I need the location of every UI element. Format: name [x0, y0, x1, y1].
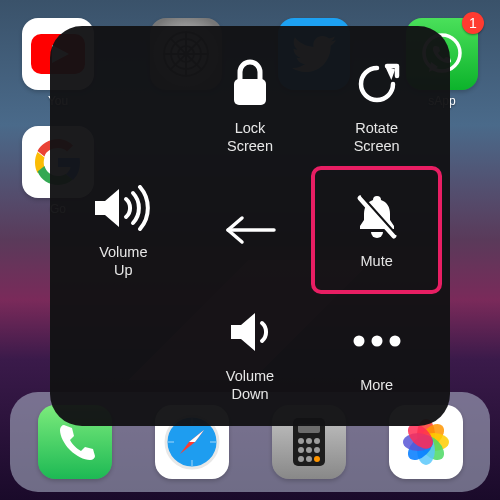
svg-point-23 — [298, 456, 304, 462]
svg-point-24 — [306, 456, 312, 462]
volume-up-label: Volume Up — [99, 243, 147, 279]
assistive-touch-menu: Lock Screen Rotate Screen Volume Up — [50, 26, 450, 426]
svg-rect-34 — [234, 79, 266, 105]
more-button[interactable]: More — [313, 292, 440, 416]
svg-point-19 — [314, 438, 320, 444]
volume-down-icon — [225, 310, 275, 354]
bell-slash-icon — [354, 192, 400, 242]
svg-point-17 — [298, 438, 304, 444]
volume-up-button[interactable]: Volume Up — [60, 168, 187, 292]
svg-point-21 — [306, 447, 312, 453]
more-label: More — [360, 376, 393, 394]
rotate-icon — [353, 60, 401, 108]
rotate-screen-label: Rotate Screen — [354, 119, 400, 155]
volume-down-button[interactable]: Volume Down — [187, 292, 314, 416]
svg-point-18 — [306, 438, 312, 444]
volume-up-icon — [91, 185, 155, 231]
lock-screen-label: Lock Screen — [227, 119, 273, 155]
rotate-screen-button[interactable]: Rotate Screen — [313, 44, 440, 168]
svg-point-25 — [314, 456, 320, 462]
svg-point-39 — [353, 335, 364, 346]
lock-screen-button[interactable]: Lock Screen — [187, 44, 314, 168]
mute-button[interactable]: Mute — [313, 168, 440, 292]
arrow-left-icon — [222, 215, 278, 245]
mute-label: Mute — [361, 252, 393, 270]
whatsapp-badge: 1 — [462, 12, 484, 34]
svg-point-22 — [314, 447, 320, 453]
svg-point-40 — [371, 335, 382, 346]
svg-point-20 — [298, 447, 304, 453]
phone-icon — [54, 421, 96, 463]
more-icon — [349, 333, 405, 349]
lock-icon — [230, 59, 270, 109]
back-button[interactable] — [187, 168, 314, 292]
volume-down-label: Volume Down — [226, 367, 274, 403]
svg-point-41 — [389, 335, 400, 346]
